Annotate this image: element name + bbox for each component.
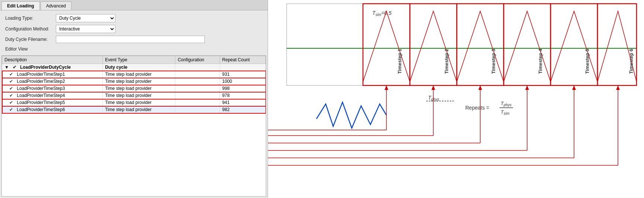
child3-configuration bbox=[175, 85, 220, 92]
table-row[interactable]: ✔ LoadProviderTimeStep6 Time step load p… bbox=[2, 106, 266, 113]
col-event-type: Event Type bbox=[103, 56, 175, 64]
svg-marker-42 bbox=[525, 85, 529, 90]
child3-repeat-count: 998 bbox=[220, 85, 265, 92]
child1-repeat-count: 931 bbox=[220, 71, 265, 78]
child6-event-type: Time step load provider bbox=[103, 106, 175, 113]
svg-text:Tsim: Tsim bbox=[501, 109, 510, 116]
child3-event-type: Time step load provider bbox=[103, 85, 175, 92]
child5-description: ✔ LoadProviderTimeStep5 bbox=[2, 99, 103, 106]
child1-desc-text: LoadProviderTimeStep1 bbox=[17, 72, 65, 77]
svg-marker-39 bbox=[385, 85, 388, 90]
child5-check: ✔ bbox=[9, 100, 13, 105]
child2-description: ✔ LoadProviderTimeStep2 bbox=[2, 78, 103, 85]
child4-configuration bbox=[175, 92, 220, 99]
parent-configuration bbox=[175, 64, 220, 71]
table-header-row: Description Event Type Configuration Rep… bbox=[2, 56, 266, 64]
form-area: Loading Type: Duty Cycle Configuration M… bbox=[0, 10, 268, 55]
table-row[interactable]: ✔ LoadProviderTimeStep4 Time step load p… bbox=[2, 92, 266, 99]
child2-desc-text: LoadProviderTimeStep2 bbox=[17, 79, 65, 84]
parent-repeat-count bbox=[220, 64, 265, 71]
child2-check: ✔ bbox=[9, 79, 13, 84]
child5-desc-text: LoadProviderTimeStep5 bbox=[17, 100, 65, 105]
parent-description: ▼ ✔ LoadProviderDutyCycle bbox=[2, 64, 103, 71]
filename-label: Duty Cycle Filename: bbox=[5, 37, 54, 42]
child6-desc-text: LoadProviderTimeStep6 bbox=[17, 107, 65, 112]
child4-event-type: Time step load provider bbox=[103, 92, 175, 99]
filename-input[interactable] bbox=[56, 36, 205, 43]
loading-type-label: Loading Type: bbox=[5, 16, 54, 21]
table-row-parent[interactable]: ▼ ✔ LoadProviderDutyCycle Duty cycle bbox=[2, 64, 266, 71]
child4-repeat-count: 978 bbox=[220, 92, 265, 99]
tab-edit-loading[interactable]: Edit Loading bbox=[1, 1, 40, 10]
config-method-select-wrapper: Interactive bbox=[56, 25, 115, 33]
svg-marker-41 bbox=[478, 85, 482, 90]
child3-check: ✔ bbox=[9, 86, 13, 91]
svg-text:Timestep 1: Timestep 1 bbox=[397, 49, 402, 74]
config-method-select[interactable]: Interactive bbox=[56, 25, 115, 33]
child6-repeat-count: 982 bbox=[220, 106, 265, 113]
child4-description: ✔ LoadProviderTimeStep4 bbox=[2, 92, 103, 99]
child5-repeat-count: 941 bbox=[220, 99, 265, 106]
loading-type-select[interactable]: Duty Cycle bbox=[56, 14, 115, 22]
svg-text:Tphys: Tphys bbox=[501, 101, 511, 107]
child4-desc-text: LoadProviderTimeStep4 bbox=[17, 93, 65, 98]
svg-text:Timestep 2: Timestep 2 bbox=[444, 49, 449, 74]
expand-icon: ▼ bbox=[4, 65, 9, 70]
table-row[interactable]: ✔ LoadProviderTimeStep3 Time step load p… bbox=[2, 85, 266, 92]
child3-description: ✔ LoadProviderTimeStep3 bbox=[2, 85, 103, 92]
table-row[interactable]: ✔ LoadProviderTimeStep2 Time step load p… bbox=[2, 78, 266, 85]
right-panel: Tsim=0.5 Timestep 1 Timestep 2 Timestep bbox=[268, 0, 644, 198]
child5-event-type: Time step load provider bbox=[103, 99, 175, 106]
child3-desc-text: LoadProviderTimeStep3 bbox=[17, 86, 65, 91]
child6-check: ✔ bbox=[9, 107, 13, 112]
child2-event-type: Time step load provider bbox=[103, 78, 175, 85]
child6-description: ✔ LoadProviderTimeStep6 bbox=[2, 106, 103, 113]
child6-configuration bbox=[175, 106, 220, 113]
child1-description: ✔ LoadProviderTimeStep1 bbox=[2, 71, 103, 78]
child1-check: ✔ bbox=[9, 72, 13, 77]
svg-text:Timestep 4: Timestep 4 bbox=[538, 48, 543, 74]
child2-repeat-count: 1000 bbox=[220, 78, 265, 85]
parent-desc-text: LoadProviderDutyCycle bbox=[20, 65, 71, 70]
svg-text:Repeats =: Repeats = bbox=[465, 105, 489, 111]
child5-configuration bbox=[175, 99, 220, 106]
loading-type-select-wrapper: Duty Cycle bbox=[56, 14, 115, 22]
editor-view-row: Editor View bbox=[5, 46, 262, 52]
col-configuration: Configuration bbox=[175, 56, 220, 64]
child4-check: ✔ bbox=[9, 93, 13, 98]
table-row[interactable]: ✔ LoadProviderTimeStep5 Time step load p… bbox=[2, 99, 266, 106]
config-method-label: Configuration Method: bbox=[5, 26, 54, 32]
child2-configuration bbox=[175, 78, 220, 85]
parent-check: ✔ bbox=[13, 65, 16, 70]
svg-marker-43 bbox=[572, 85, 576, 90]
svg-marker-40 bbox=[431, 85, 435, 90]
data-table: Description Event Type Configuration Rep… bbox=[2, 56, 266, 113]
svg-rect-0 bbox=[287, 4, 637, 85]
filename-row: Duty Cycle Filename: bbox=[5, 36, 262, 43]
editor-view-label: Editor View bbox=[5, 46, 28, 52]
child1-event-type: Time step load provider bbox=[103, 71, 175, 78]
svg-marker-44 bbox=[616, 85, 620, 90]
svg-text:Timestep 6: Timestep 6 bbox=[628, 49, 634, 74]
tab-advanced[interactable]: Advanced bbox=[41, 1, 71, 10]
svg-text:Tphys: Tphys bbox=[428, 95, 439, 101]
svg-text:Timestep 5: Timestep 5 bbox=[584, 49, 590, 74]
svg-text:Timestep 3: Timestep 3 bbox=[491, 49, 496, 74]
parent-event-type: Duty cycle bbox=[103, 64, 175, 71]
loading-type-row: Loading Type: Duty Cycle bbox=[5, 14, 262, 22]
left-panel: Edit Loading Advanced Loading Type: Duty… bbox=[0, 0, 268, 198]
config-method-row: Configuration Method: Interactive bbox=[5, 25, 262, 33]
col-description: Description bbox=[2, 56, 103, 64]
table-row[interactable]: ✔ LoadProviderTimeStep1 Time step load p… bbox=[2, 71, 266, 78]
diagram-svg: Tsim=0.5 Timestep 1 Timestep 2 Timestep bbox=[268, 0, 644, 198]
table-container: Description Event Type Configuration Rep… bbox=[1, 55, 266, 197]
child1-configuration bbox=[175, 71, 220, 78]
col-repeat-count: Repeat Count bbox=[220, 56, 265, 64]
svg-text:Tsim=0.5: Tsim=0.5 bbox=[372, 10, 392, 17]
tabs-bar: Edit Loading Advanced bbox=[0, 0, 268, 10]
